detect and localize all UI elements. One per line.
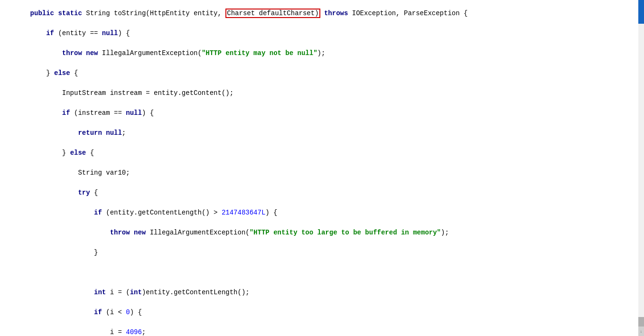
scrollbar-thumb[interactable] [638, 0, 644, 24]
number-literal-2: 0 [126, 308, 130, 316]
keyword-throw-2: throw [110, 229, 130, 236]
scrollbar[interactable]: ↓ [638, 0, 644, 336]
code-line-7: return null; [14, 128, 630, 138]
code-line-15: int i = (int)entity.getContentLength(); [14, 288, 630, 298]
code-line-1: public static String toString(HttpEntity… [14, 9, 630, 19]
keyword-throw: throw [62, 49, 82, 57]
string-literal-2: "HTTP entity too large to be buffered in… [250, 229, 441, 236]
keyword-null-2: null [126, 109, 142, 117]
code-line-10: try { [14, 188, 630, 198]
keyword-public: public [30, 9, 54, 17]
code-line-12: throw new IllegalArgumentException("HTTP… [14, 228, 630, 238]
number-literal-1: 2147483647L [222, 209, 265, 216]
keyword-if-4: if [94, 308, 102, 316]
code-line-17: i = 4096; [14, 327, 630, 336]
keyword-else-2: else [70, 149, 86, 157]
code-line-13: } [14, 248, 630, 258]
scrollbar-arrow-down[interactable]: ↓ [638, 327, 644, 336]
code-line-3: throw new IllegalArgumentException("HTTP… [14, 48, 630, 58]
keyword-static: static [58, 9, 82, 17]
keyword-else: else [54, 69, 70, 77]
keyword-int-cast: int [130, 289, 142, 296]
keyword-int: int [94, 289, 106, 296]
scrollbar-thumb-bottom[interactable] [638, 317, 644, 327]
code-editor[interactable]: public static String toString(HttpEntity… [0, 5, 644, 336]
string-literal-1: "HTTP entity may not be null" [202, 49, 317, 57]
code-line-14 [14, 268, 630, 278]
code-line-16: if (i < 0) { [14, 308, 630, 317]
code-line-9: String var10; [14, 168, 630, 178]
code-line-6: if (instream == null) { [14, 108, 630, 118]
keyword-if: if [46, 29, 54, 37]
highlight-box-1: Charset defaultCharset) [225, 9, 320, 18]
number-literal-3: 4096 [126, 328, 142, 336]
code-line-2: if (entity == null) { [14, 28, 630, 38]
keyword-return: return [78, 129, 102, 137]
keyword-new: new [86, 49, 98, 57]
code-line-11: if (entity.getContentLength() > 21474836… [14, 208, 630, 218]
keyword-if-2: if [62, 109, 70, 117]
code-line-4: } else { [14, 68, 630, 78]
code-line-8: } else { [14, 148, 630, 158]
keyword-try: try [78, 189, 90, 196]
keyword-new-2: new [134, 229, 146, 236]
keyword-null: null [102, 29, 118, 37]
keyword-if-3: if [94, 209, 102, 216]
code-line-5: InputStream instream = entity.getContent… [14, 88, 630, 98]
code-container: public static String toString(HttpEntity… [0, 0, 644, 336]
keyword-null-3: null [106, 129, 122, 137]
keyword-throws: throws [324, 9, 348, 17]
